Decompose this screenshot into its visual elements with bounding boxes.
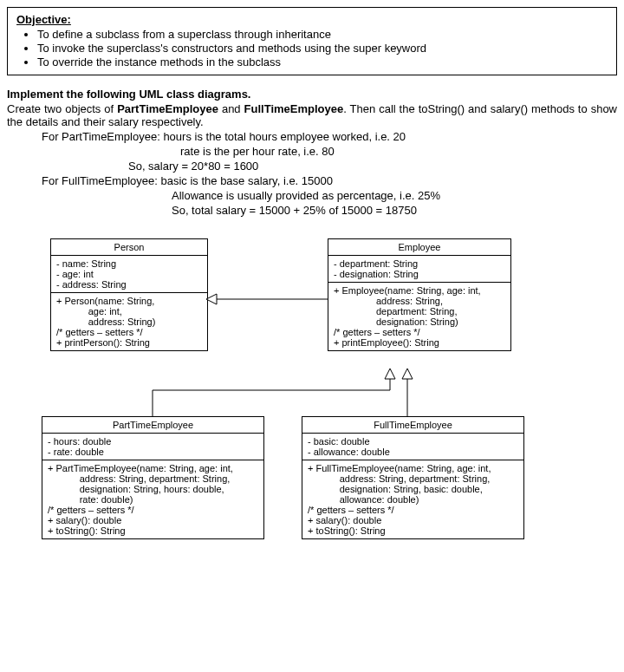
uml-attrs: - department: String - designation: Stri… — [328, 256, 510, 283]
instructions-line: rate is the per hour rate, i.e. 80 — [180, 145, 617, 158]
connector-person-employee — [206, 290, 336, 308]
instructions-line: Allowance is usually provided as percent… — [172, 189, 617, 202]
text: Create two objects of — [7, 102, 117, 115]
text: and — [218, 102, 244, 115]
text-bold: PartTimeEmployee — [117, 102, 218, 115]
uml-title: Employee — [328, 239, 510, 256]
uml-attrs: - basic: double - allowance: double — [302, 434, 523, 460]
objective-bullet: To define a subclass from a superclass t… — [37, 28, 608, 41]
objective-bullet: To override the instance methods in the … — [37, 55, 608, 69]
uml-methods: + FullTimeEmployee(name: String, age: in… — [302, 460, 523, 538]
objective-title: Objective: — [16, 13, 608, 26]
instructions-line: So, total salary = 15000 + 25% of 15000 … — [172, 204, 617, 217]
uml-title: PartTimeEmployee — [42, 417, 263, 434]
uml-attrs: - name: String - age: int - address: Str… — [51, 256, 207, 293]
text-bold: FullTimeEmployee — [244, 102, 344, 115]
objective-box: Objective: To define a subclass from a s… — [7, 7, 617, 75]
objective-list: To define a subclass from a superclass t… — [16, 28, 608, 69]
uml-title: Person — [51, 239, 207, 256]
instructions-line: For FullTimeEmployee: basic is the base … — [42, 174, 617, 187]
uml-methods: + Person(name: String, age: int, address… — [51, 293, 207, 350]
instructions-heading: Implement the following UML class diagra… — [7, 88, 617, 101]
instructions: Implement the following UML class diagra… — [7, 88, 617, 217]
uml-methods: + Employee(name: String, age: int, addre… — [328, 283, 510, 350]
svg-marker-3 — [402, 369, 413, 379]
instructions-line: So, salary = 20*80 = 1600 — [128, 160, 617, 173]
instructions-para: Create two objects of PartTimeEmployee a… — [7, 102, 617, 128]
instructions-line: For PartTimeEmployee: hours is the total… — [42, 130, 617, 143]
uml-person-box: Person - name: String - age: int - addre… — [50, 238, 208, 351]
uml-attrs: - hours: double - rate: double — [42, 434, 263, 460]
connector-employee-subclasses — [146, 369, 475, 421]
uml-fulltime-box: FullTimeEmployee - basic: double - allow… — [302, 416, 524, 539]
uml-methods: + PartTimeEmployee(name: String, age: in… — [42, 460, 263, 538]
uml-employee-box: Employee - department: String - designat… — [328, 238, 511, 351]
uml-title: FullTimeEmployee — [302, 417, 523, 434]
svg-marker-2 — [385, 369, 395, 379]
uml-parttime-box: PartTimeEmployee - hours: double - rate:… — [42, 416, 264, 539]
objective-bullet: To invoke the superclass's constructors … — [37, 42, 608, 55]
uml-diagram-area: Person - name: String - age: int - addre… — [7, 238, 614, 585]
